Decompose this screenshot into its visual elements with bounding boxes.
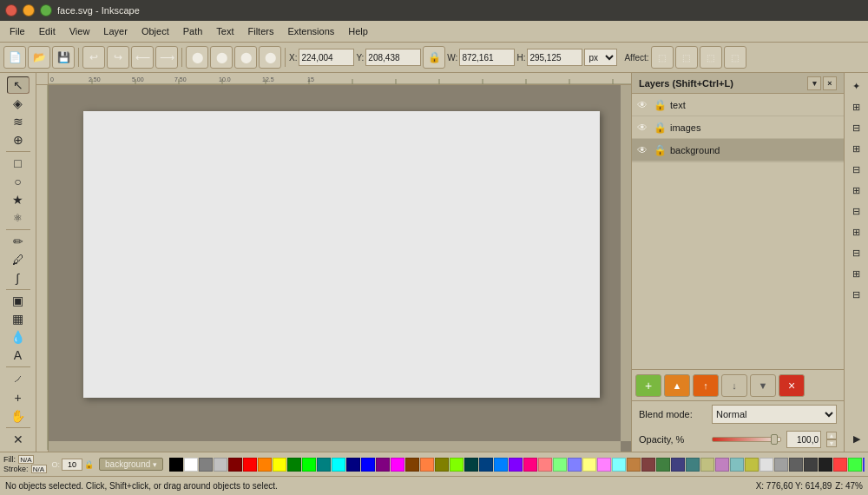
palette-color-30[interactable] [612,458,626,472]
opacity-up-arrow[interactable]: ▲ [826,432,837,439]
bucket-tool-button[interactable]: ▣ [7,292,30,309]
save-button[interactable]: 💾 [52,46,75,69]
menu-item-layer[interactable]: Layer [97,24,134,38]
palette-color-23[interactable] [509,458,523,472]
align-left[interactable]: ⬤ [186,46,208,69]
menu-item-view[interactable]: View [63,24,96,38]
palette-color-0[interactable] [169,458,183,472]
palette-opacity-input[interactable] [62,459,82,471]
fill-color-box[interactable]: N/A [18,455,34,464]
pan-button[interactable]: ✋ [7,407,30,425]
layer-visibility-background[interactable]: 👁 [635,143,649,157]
palette-color-33[interactable] [656,458,670,472]
palette-color-38[interactable] [730,458,744,472]
palette-color-19[interactable] [450,458,464,472]
canvas-area[interactable]: 0 2.50 5.00 7.50 10.0 12.5 15 [36,73,631,452]
palette-color-18[interactable] [435,458,449,472]
align-right[interactable]: ⬤ [234,46,257,69]
layers-panel-menu-btn[interactable]: ▾ [807,76,821,90]
palette-color-17[interactable] [420,458,434,472]
tweak-tool-button[interactable]: ≋ [7,113,30,130]
opacity-down-arrow[interactable]: ▼ [826,439,837,447]
palette-color-13[interactable] [361,458,375,472]
menu-item-path[interactable]: Path [177,24,209,38]
palette-color-27[interactable] [568,458,582,472]
palette-color-39[interactable] [745,458,759,472]
opacity-slider[interactable] [712,434,781,445]
layer-row-text[interactable]: 👁 🔒 text [632,94,844,116]
palette-color-35[interactable] [686,458,700,472]
affect-btn-1[interactable]: ⬚ [651,46,674,69]
fr-btn-9[interactable]: ⊟ [847,243,866,262]
affect-btn-2[interactable]: ⬚ [675,46,698,69]
menu-item-text[interactable]: Text [210,24,240,38]
zoom-tool-button[interactable]: ⊕ [7,131,30,148]
ellipse-tool-button[interactable]: ○ [7,173,30,190]
palette-color-42[interactable] [789,458,803,472]
fr-btn-10[interactable]: ⊞ [847,264,866,283]
maximize-button[interactable] [40,4,52,16]
fr-btn-6[interactable]: ⊞ [847,181,866,200]
gradient-tool-button[interactable]: ▦ [7,310,30,327]
menu-item-filters[interactable]: Filters [242,24,280,38]
palette-color-15[interactable] [391,458,404,472]
palette-color-3[interactable] [214,458,227,472]
pencil-tool-button[interactable]: ✏ [7,233,30,250]
node-tool-button[interactable]: ◈ [7,95,30,112]
h-input[interactable] [527,49,582,66]
open-button[interactable]: 📂 [28,46,50,69]
affect-btn-3[interactable]: ⬚ [700,46,722,69]
layers-panel-close-btn[interactable]: × [823,76,837,90]
lower-button[interactable]: ↓ [721,374,747,397]
palette-color-14[interactable] [376,458,390,472]
align-center[interactable]: ⬤ [210,46,233,69]
add-layer-button[interactable]: + [635,374,661,397]
y-input[interactable] [365,49,421,66]
palette-color-9[interactable] [302,458,316,472]
rect-tool-button[interactable]: □ [7,155,30,172]
stroke-color-box[interactable]: N/A [31,465,47,473]
palette-color-16[interactable] [405,458,419,472]
layer-lock-text[interactable]: 🔒 [653,98,667,112]
lock-btn[interactable]: 🔒 [423,46,445,69]
palette-color-6[interactable] [258,458,272,472]
palette-color-47[interactable] [863,458,865,472]
opacity-value-input[interactable] [786,431,821,448]
palette-color-2[interactable] [199,458,213,472]
palette-color-24[interactable] [523,458,537,472]
palette-color-8[interactable] [287,458,301,472]
palette-color-31[interactable] [627,458,641,472]
palette-color-21[interactable] [479,458,493,472]
current-layer-badge[interactable]: background ▾ [99,458,163,471]
fr-btn-5[interactable]: ⊟ [847,160,866,179]
menu-item-extensions[interactable]: Extensions [281,24,340,38]
fr-btn-2[interactable]: ⊞ [847,97,866,116]
new-button[interactable]: 📄 [3,46,26,69]
palette-color-28[interactable] [582,458,596,472]
raise-to-top-button[interactable]: ▲ [664,374,690,397]
w-input[interactable] [459,49,515,66]
snap-button[interactable]: ✕ [7,431,30,448]
palette-color-5[interactable] [243,458,257,472]
lower-to-bottom-button[interactable]: ▼ [750,374,776,397]
minimize-button[interactable] [23,4,35,16]
palette-color-45[interactable] [833,458,847,472]
redo-button[interactable]: ↪ [107,46,129,69]
palette-color-37[interactable] [715,458,729,472]
close-button[interactable] [5,4,17,16]
fr-btn-4[interactable]: ⊞ [847,139,866,158]
fr-btn-8[interactable]: ⊞ [847,222,866,241]
layer-lock-background[interactable]: 🔒 [653,143,667,157]
pen-tool-button[interactable]: 🖊 [7,251,30,268]
snap-global-btn[interactable]: ✦ [847,76,866,96]
calligraphy-tool-button[interactable]: ∫ [7,269,30,287]
connector-tool-button[interactable]: ⟋ [7,370,30,387]
palette-color-4[interactable] [228,458,242,472]
palette-color-43[interactable] [804,458,818,472]
palette-color-10[interactable] [317,458,331,472]
unit-select[interactable]: pxmmcmin [584,49,617,66]
canvas-content[interactable] [49,85,621,441]
opacity-thumb[interactable] [771,434,778,445]
fr-btn-3[interactable]: ⊟ [847,118,866,137]
layer-visibility-text[interactable]: 👁 [635,98,649,112]
